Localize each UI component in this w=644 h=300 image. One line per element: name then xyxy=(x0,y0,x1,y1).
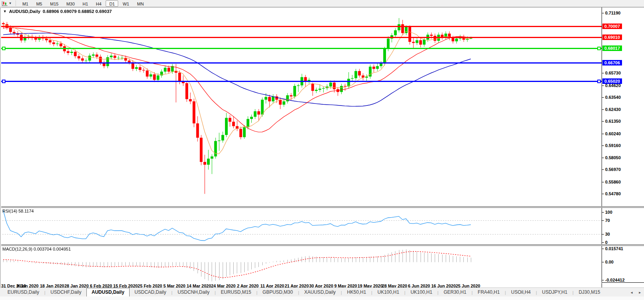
macd-canvas[interactable] xyxy=(0,246,602,283)
timeframe-button-mn[interactable]: MN xyxy=(134,0,147,7)
price-chart-canvas[interactable] xyxy=(0,7,602,206)
chart-ohlc-values: 0.68906 0.69079 0.68852 0.69037 xyxy=(43,9,112,14)
chart-title: ▼ AUDUSD,Daily 0.68906 0.69079 0.68852 0… xyxy=(3,9,112,14)
chart-tab-xauusd-daily[interactable]: XAUUSD,Daily xyxy=(299,288,341,296)
panel-splitter[interactable] xyxy=(0,244,644,246)
tabs-scroll-right-icon[interactable]: ▸ xyxy=(639,290,641,295)
chart-tab-uk100-h1[interactable]: UK100,H1 xyxy=(372,288,404,296)
timeframe-button-m30[interactable]: M30 xyxy=(63,0,78,7)
macd-tick-label: -0.024412 xyxy=(605,278,625,282)
status-bar xyxy=(0,296,644,300)
macd-tick-label: 0.00 xyxy=(605,260,613,264)
panel-splitter[interactable] xyxy=(0,206,644,208)
hline-price-badge: 0.65020 xyxy=(602,78,622,84)
price-tick-label: 0.56970 xyxy=(605,167,621,172)
timeframe-button-w1[interactable]: W1 xyxy=(119,0,133,7)
price-tick-label: 0.65730 xyxy=(605,71,621,75)
chart-tab-dj30-m15[interactable]: DJ30,M15 xyxy=(574,288,606,296)
chart-window: ▼ AUDUSD,Daily 0.68906 0.69079 0.68852 0… xyxy=(0,7,644,287)
chart-tab-bar: EURUSD,Daily|USDCHF,DailyAUDUSD,DailyUSD… xyxy=(0,287,644,296)
price-tick-label: 0.61350 xyxy=(605,119,621,124)
rsi-canvas[interactable] xyxy=(0,208,602,244)
rsi-tick-label: 30 xyxy=(605,232,610,236)
price-tick-label: 0.59160 xyxy=(605,143,621,148)
chart-tab-fra40-h1[interactable]: FRA40,H1 xyxy=(473,288,505,296)
macd-label: MACD(12,26,9) 0.003704 0.004951 xyxy=(2,247,71,251)
chart-tab-usdjpy-h1[interactable]: USDJPY,H1 xyxy=(537,288,572,296)
price-tick-label: 0.62430 xyxy=(605,107,621,112)
chart-symbol-label: AUDUSD,Daily xyxy=(9,9,40,14)
chart-tab-usdcad-daily[interactable]: USDCAD,Daily xyxy=(130,288,172,296)
timeframe-button-m15[interactable]: M15 xyxy=(46,0,62,7)
chart-tab-uk100-h1[interactable]: UK100,H1 xyxy=(405,288,437,296)
price-tick-label: 0.71190 xyxy=(605,11,620,15)
price-tick-label: 0.54780 xyxy=(605,191,621,196)
price-tick-label: 0.60240 xyxy=(605,131,621,136)
timeframe-button-m5[interactable]: M5 xyxy=(33,0,46,7)
chart-tab-usoil-h4[interactable]: USOil,H4 xyxy=(506,288,536,296)
window-edge-splitter[interactable] xyxy=(0,7,1,287)
chart-tab-audusd-daily[interactable]: AUDUSD,Daily xyxy=(86,288,129,296)
rsi-axis: 10070300 xyxy=(602,208,644,244)
chart-tab-usdcnh-daily[interactable]: USDCNH,Daily xyxy=(172,288,214,296)
price-tick-label: 0.55860 xyxy=(605,180,621,184)
chart-tab-usdchf-daily[interactable]: USDCHF,Daily xyxy=(46,288,87,296)
rsi-panel: RSI(14) 58.1174 10070300 xyxy=(0,208,644,244)
price-tick-label: 0.63540 xyxy=(605,95,621,100)
price-axis[interactable]: 0.711900.657300.646200.635400.624300.613… xyxy=(602,7,644,206)
hline-price-badge: 0.66706 xyxy=(602,60,622,65)
toolbar-grip[interactable] xyxy=(15,1,17,6)
rsi-label: RSI(14) 58.1174 xyxy=(2,209,34,213)
timeframe-button-d1[interactable]: D1 xyxy=(106,0,118,7)
chevron-down-icon: ▼ xyxy=(9,0,12,7)
timeframe-toolbar: ▼ M1M5M15M30H1H4D1W1MN xyxy=(0,0,644,7)
chart-tab-ger30-h1[interactable]: GER30,H1 xyxy=(439,288,472,296)
chart-type-button[interactable]: ▼ xyxy=(0,0,13,7)
chart-tab-hk50-h1[interactable]: HK50,H1 xyxy=(342,288,371,296)
chart-tab-eurusd-daily[interactable]: EURUSD,Daily xyxy=(2,288,44,296)
hline-price-badge: 0.70007 xyxy=(602,24,622,29)
price-tick-label: 0.58050 xyxy=(605,155,621,160)
rsi-tick-label: 70 xyxy=(605,218,610,223)
mt4-window: ▼ M1M5M15M30H1H4D1W1MN ▼ AUDUSD,Daily 0.… xyxy=(0,0,644,300)
macd-axis: 0.0157410.00-0.024412 xyxy=(602,246,644,282)
chart-tab-gbpusd-m30[interactable]: GBPUSD,M30 xyxy=(258,288,298,296)
timeframe-button-h4[interactable]: H4 xyxy=(92,0,105,7)
rsi-tick-label: 100 xyxy=(605,210,612,215)
hline-price-badge: 0.69010 xyxy=(602,35,622,40)
macd-tick-label: 0.015741 xyxy=(605,246,623,251)
price-chart-panel: ▼ AUDUSD,Daily 0.68906 0.69079 0.68852 0… xyxy=(0,7,644,206)
candlestick-chart-icon xyxy=(2,1,8,6)
timeframe-button-h1[interactable]: H1 xyxy=(79,0,91,7)
rsi-tick-label: 0 xyxy=(605,240,607,245)
tabs-scroll-left-icon[interactable]: ◂ xyxy=(631,290,633,295)
timeframe-button-m1[interactable]: M1 xyxy=(19,0,32,7)
macd-panel: MACD(12,26,9) 0.003704 0.004951 0.015741… xyxy=(0,246,644,283)
hline-price-badge: 0.68017 xyxy=(602,45,622,51)
chart-tab-eurusd-m15[interactable]: EURUSD,M15 xyxy=(216,288,256,296)
chart-menu-arrow-icon[interactable]: ▼ xyxy=(3,9,7,13)
